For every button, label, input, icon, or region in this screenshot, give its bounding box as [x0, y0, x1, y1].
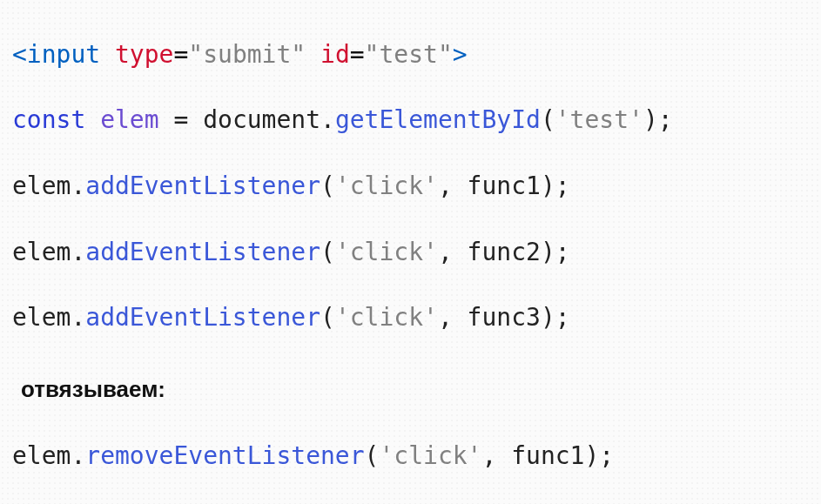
attr-type-value: "submit"	[188, 40, 306, 69]
tag-open: <	[12, 40, 27, 69]
keyword-const: const	[12, 105, 85, 134]
code-snippet: <input type="submit" id="test"> const el…	[0, 0, 821, 504]
tag-name: input	[27, 40, 100, 69]
comment-unbind: отвязываем:	[12, 374, 809, 405]
code-line-remove-1: elem.removeEventListener('click', func1)…	[12, 440, 809, 473]
method-getelementbyid: getElementById	[335, 105, 541, 134]
method-addeventlistener: addEventListener	[85, 171, 320, 200]
attr-type: type	[115, 40, 173, 69]
var-elem: elem	[100, 105, 158, 134]
code-line-const-elem: const elem = document.getElementById('te…	[12, 104, 809, 137]
tag-close: >	[453, 40, 468, 69]
code-line-add-1: elem.addEventListener('click', func1);	[12, 170, 809, 203]
method-removeeventlistener: removeEventListener	[85, 441, 364, 470]
attr-id-value: "test"	[365, 40, 453, 69]
code-line-add-2: elem.addEventListener('click', func2);	[12, 236, 809, 269]
attr-id: id	[320, 40, 350, 69]
obj-document: document	[203, 105, 320, 134]
code-line-add-3: elem.addEventListener('click', func3);	[12, 301, 809, 334]
arg-test: 'test'	[555, 105, 643, 134]
code-line-html-input: <input type="submit" id="test">	[12, 38, 809, 71]
